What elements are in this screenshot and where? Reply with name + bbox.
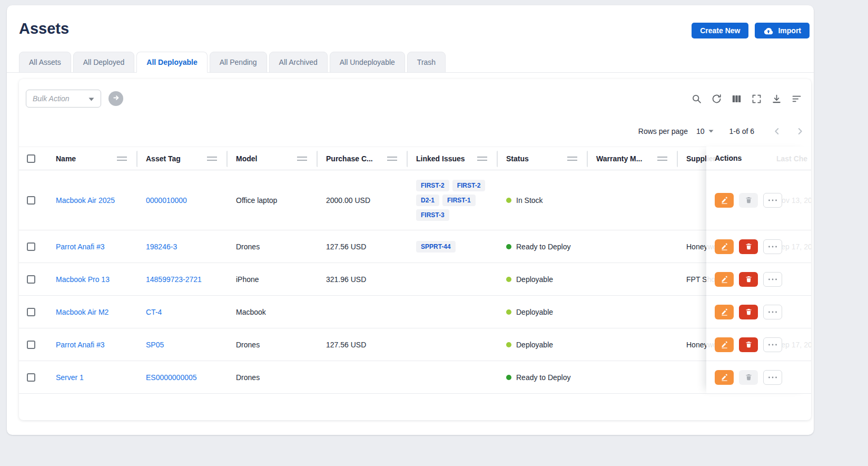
select-all-checkbox[interactable]	[27, 154, 35, 163]
more-actions-button[interactable]	[763, 370, 782, 385]
row-checkbox-cell	[19, 230, 47, 263]
asset-name-link[interactable]: Server 1	[47, 361, 137, 393]
row-checkbox[interactable]	[27, 341, 35, 349]
linked-issue-badge[interactable]: FIRST-2	[452, 180, 486, 191]
row-checkbox-cell	[19, 170, 47, 230]
asset-tag-link[interactable]: ES0000000005	[137, 361, 228, 393]
delete-button[interactable]	[739, 337, 758, 352]
tab-all-assets[interactable]: All Assets	[19, 52, 71, 73]
asset-tag-link[interactable]: 0000010000	[137, 170, 228, 230]
delete-button[interactable]	[739, 305, 758, 319]
asset-tag-link[interactable]: 148599723-2721	[137, 263, 228, 295]
row-checkbox[interactable]	[27, 308, 35, 316]
status-label: Ready to Deploy	[516, 373, 571, 382]
edit-button[interactable]	[715, 337, 734, 352]
column-label: Purchase C...	[326, 154, 373, 163]
chevron-right-icon[interactable]	[795, 127, 805, 136]
tab-all-archived[interactable]: All Archived	[269, 52, 328, 73]
row-checkbox[interactable]	[27, 275, 35, 284]
row-actions	[706, 296, 811, 328]
delete-button[interactable]	[739, 193, 758, 208]
asset-name-link[interactable]: Macbook Pro 13	[47, 263, 137, 295]
table-toolbar-icons	[691, 93, 802, 104]
table-body: Macbook Air 20250000010000Office laptop2…	[19, 170, 811, 394]
purchase-cost-cell	[318, 296, 408, 328]
status-dot-icon	[506, 277, 511, 282]
column-header-warranty-m: Warranty M...	[588, 147, 678, 170]
tab-all-pending[interactable]: All Pending	[210, 52, 267, 73]
chevron-left-icon[interactable]	[772, 127, 782, 136]
create-new-button[interactable]: Create New	[692, 23, 748, 38]
status-cell: Ready to Deploy	[498, 361, 588, 393]
more-actions-button[interactable]	[763, 272, 782, 287]
tab-trash[interactable]: Trash	[407, 52, 446, 73]
column-drag-handle-icon[interactable]	[477, 157, 487, 161]
pagination-range: 1-6 of 6	[729, 127, 754, 135]
pagination-bar: Rows per page 10 1-6 of 6	[638, 127, 805, 136]
more-actions-button[interactable]	[763, 337, 782, 352]
model-cell: iPhone	[228, 263, 318, 295]
column-label: Name	[56, 154, 76, 163]
column-drag-handle-icon[interactable]	[297, 157, 307, 161]
asset-name-link[interactable]: Macbook Air 2025	[47, 170, 137, 230]
edit-button[interactable]	[715, 370, 734, 385]
rows-per-page-value: 10	[696, 127, 705, 135]
delete-button[interactable]	[739, 272, 758, 287]
more-actions-button[interactable]	[763, 305, 782, 319]
row-checkbox[interactable]	[27, 373, 35, 382]
purchase-cost-cell: 127.56 USD	[318, 328, 408, 361]
asset-name-link[interactable]: Parrot Anafi #3	[47, 328, 137, 361]
edit-button[interactable]	[715, 272, 734, 287]
more-actions-button[interactable]	[763, 193, 782, 208]
tab-all-deployed[interactable]: All Deployed	[73, 52, 135, 73]
row-checkbox[interactable]	[27, 196, 35, 205]
rows-per-page-select[interactable]: 10	[696, 127, 714, 135]
linked-issue-badge[interactable]: SPPRT-44	[416, 241, 456, 253]
model-cell: Drones	[228, 328, 318, 361]
tab-all-deployable[interactable]: All Deployable	[136, 52, 207, 73]
filter-icon[interactable]	[791, 93, 802, 104]
linked-issue-badge[interactable]: FIRST-2	[416, 180, 449, 191]
column-drag-handle-icon[interactable]	[567, 157, 577, 161]
asset-tag-link[interactable]: SP05	[137, 328, 228, 361]
tab-all-undeployable[interactable]: All Undeployable	[330, 52, 405, 73]
columns-icon[interactable]	[731, 93, 742, 104]
download-icon[interactable]	[771, 93, 782, 104]
edit-button[interactable]	[715, 239, 734, 254]
column-drag-handle-icon[interactable]	[117, 157, 127, 161]
edit-button[interactable]	[715, 193, 734, 208]
purchase-cost-cell	[318, 361, 408, 393]
edit-button[interactable]	[715, 305, 734, 319]
delete-button[interactable]	[739, 370, 758, 385]
column-drag-handle-icon[interactable]	[207, 157, 217, 161]
refresh-icon[interactable]	[711, 93, 722, 104]
row-checkbox[interactable]	[27, 242, 35, 251]
row-checkbox-cell	[19, 361, 47, 393]
linked-issues-cell	[408, 263, 498, 295]
apply-bulk-action-button[interactable]	[108, 91, 123, 106]
bulk-action-select[interactable]: Bulk Action	[26, 90, 101, 108]
assets-table: NameAsset TagModelPurchase C...Linked Is…	[19, 147, 811, 394]
column-label: Warranty M...	[596, 154, 642, 163]
row-actions	[706, 230, 811, 263]
fullscreen-icon[interactable]	[751, 93, 762, 104]
row-actions	[706, 170, 811, 230]
asset-name-link[interactable]: Parrot Anafi #3	[47, 230, 137, 263]
status-dot-icon	[506, 244, 511, 249]
column-label: Linked Issues	[416, 154, 465, 163]
linked-issue-badge[interactable]: D2-1	[416, 195, 439, 206]
asset-name-link[interactable]: Macbook Air M2	[47, 296, 137, 328]
column-drag-handle-icon[interactable]	[657, 157, 667, 161]
column-label: Status	[506, 154, 529, 163]
search-icon[interactable]	[691, 93, 702, 104]
delete-button[interactable]	[739, 239, 758, 254]
linked-issues-cell: FIRST-2FIRST-2D2-1FIRST-1FIRST-3	[408, 170, 498, 230]
linked-issue-badge[interactable]: FIRST-3	[416, 209, 449, 221]
asset-tag-link[interactable]: 198246-3	[137, 230, 228, 263]
status-cell: Deployable	[498, 296, 588, 328]
column-drag-handle-icon[interactable]	[387, 157, 397, 161]
import-button[interactable]: Import	[755, 23, 810, 38]
linked-issue-badge[interactable]: FIRST-1	[442, 195, 476, 206]
asset-tag-link[interactable]: CT-4	[137, 296, 228, 328]
more-actions-button[interactable]	[763, 239, 782, 254]
